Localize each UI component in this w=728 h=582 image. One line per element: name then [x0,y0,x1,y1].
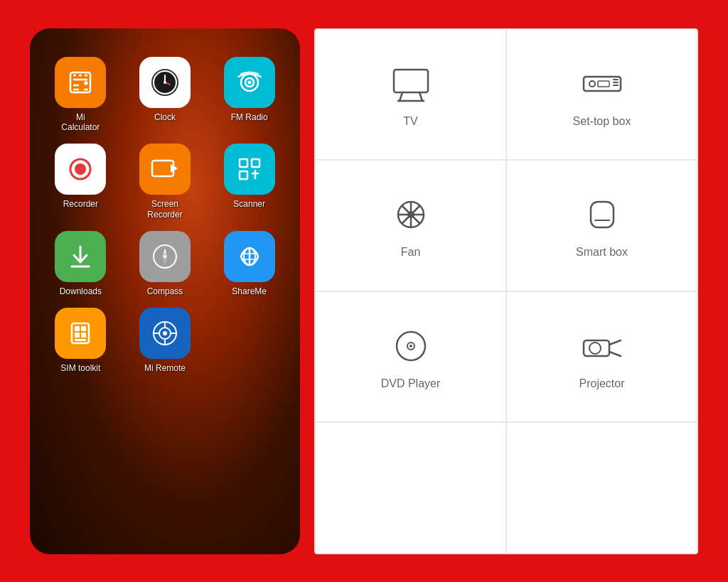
smart-box-label: Smart box [576,246,628,259]
set-top-box-icon [579,61,625,107]
clock-icon [139,57,191,108]
svg-point-57 [589,81,595,87]
phone-mockup: MiCalculator Clock [30,28,300,554]
compass-icon [139,231,191,282]
svg-rect-24 [240,171,247,179]
fan-label: Fan [401,246,421,259]
set-top-box-label: Set-top box [573,115,631,128]
svg-point-71 [589,343,601,354]
smart-box-icon [579,192,625,237]
svg-rect-40 [81,333,86,338]
device-tv[interactable]: TV [315,29,506,161]
sim-toolkit-label: SIM toolkit [60,363,100,373]
svg-point-14 [164,81,166,84]
svg-line-72 [609,340,621,345]
svg-rect-23 [252,159,259,167]
sim-toolkit-icon [55,308,106,359]
app-downloads[interactable]: Downloads [44,231,117,296]
remote-panel: TV Set-top box [314,28,698,554]
svg-rect-49 [394,70,428,92]
svg-rect-38 [81,326,86,331]
app-compass[interactable]: Compass [129,231,202,296]
svg-rect-65 [591,202,614,227]
svg-line-73 [609,352,621,356]
fm-radio-icon [224,57,275,108]
shareme-icon [224,231,275,282]
tv-icon [388,61,434,107]
svg-point-69 [410,345,412,347]
svg-rect-39 [75,333,80,338]
screen-recorder-label: ScreenRecorder [147,199,182,220]
svg-rect-37 [75,326,80,331]
dvd-player-label: DVD Player [381,377,441,390]
app-mi-remote[interactable]: Mi Remote [129,308,202,373]
fm-radio-label: FM Radio [231,112,268,122]
app-fm-radio[interactable]: FM Radio [213,57,286,133]
mi-calculator-label: MiCalculator [61,112,100,133]
svg-point-32 [164,255,166,258]
mi-calculator-icon [55,57,106,108]
device-empty-1 [315,422,506,554]
device-projector[interactable]: Projector [506,291,697,423]
dvd-player-icon [388,323,434,369]
recorder-label: Recorder [63,199,98,209]
screen-recorder-icon [139,144,191,195]
mi-remote-icon [139,308,191,359]
main-container: MiCalculator Clock [30,28,698,554]
app-grid: MiCalculator Clock [44,57,286,374]
svg-point-19 [75,163,86,175]
svg-rect-20 [152,161,173,176]
scanner-label: Scanner [233,199,265,209]
downloads-icon [55,231,106,282]
app-recorder[interactable]: Recorder [44,144,117,220]
app-screen-recorder[interactable]: ScreenRecorder [129,144,202,220]
app-shareme[interactable]: ShareMe [213,231,286,296]
recorder-icon [55,144,106,195]
svg-point-64 [407,211,414,218]
shareme-label: ShareMe [232,286,267,296]
projector-icon [579,323,625,369]
device-set-top-box[interactable]: Set-top box [506,29,697,161]
svg-line-50 [400,92,402,101]
app-scanner[interactable]: Scanner [213,144,286,220]
compass-label: Compass [147,286,183,296]
mi-remote-label: Mi Remote [144,363,186,373]
phone-background: MiCalculator Clock [30,28,300,554]
svg-rect-58 [598,81,609,87]
svg-point-17 [247,80,251,84]
tv-label: TV [403,115,417,128]
device-fan[interactable]: Fan [315,160,506,291]
device-dvd-player[interactable]: DVD Player [315,291,506,423]
fan-icon [388,192,434,237]
svg-line-51 [419,92,422,101]
projector-label: Projector [579,377,624,390]
device-empty-2 [506,422,697,554]
svg-rect-41 [75,339,86,341]
downloads-label: Downloads [60,286,102,296]
app-mi-calculator[interactable]: MiCalculator [44,57,117,133]
app-clock[interactable]: Clock [129,57,202,133]
scanner-icon [224,144,275,195]
app-sim-toolkit[interactable]: SIM toolkit [44,308,117,373]
svg-rect-22 [240,159,247,167]
svg-point-44 [163,331,167,335]
clock-label: Clock [154,112,176,122]
device-smart-box[interactable]: Smart box [506,160,697,291]
